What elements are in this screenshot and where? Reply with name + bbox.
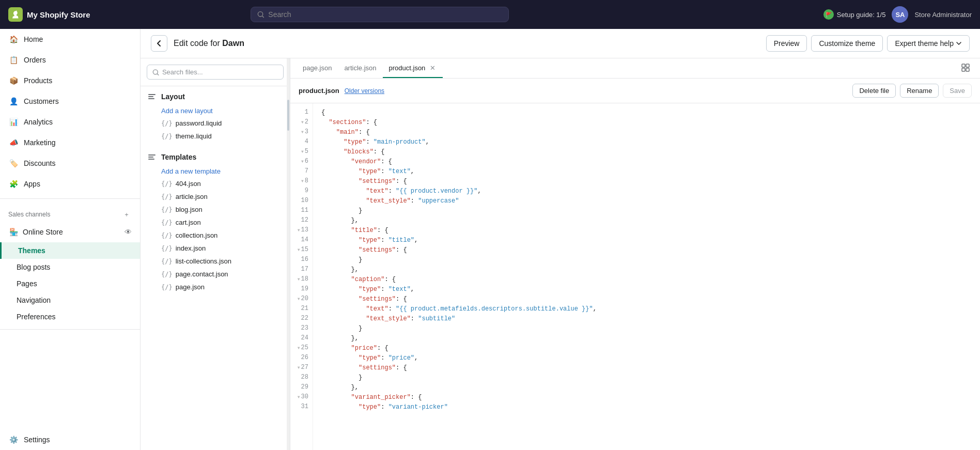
code-file-header: product.json Older versions Delete file … (290, 79, 980, 103)
file-item-404[interactable]: {/} 404.json (141, 177, 290, 190)
code-line[interactable]: "text": "{{ product.metafields.descripto… (313, 304, 980, 314)
file-item-index[interactable]: {/} index.json (141, 242, 290, 255)
tab-product-json[interactable]: product.json ✕ (383, 58, 443, 78)
file-item-blog[interactable]: {/} blog.json (141, 203, 290, 216)
file-item-page[interactable]: {/} page.json (141, 281, 290, 293)
code-line[interactable]: }, (313, 382, 980, 392)
code-line[interactable]: }, (313, 215, 980, 225)
sidebar-item-orders[interactable]: 📋 Orders (0, 50, 140, 70)
code-line[interactable]: } (313, 373, 980, 382)
file-item-page-contact[interactable]: {/} page.contact.json (141, 268, 290, 281)
sidebar-item-home-label: Home (24, 35, 43, 43)
code-line[interactable]: "settings": { (313, 363, 980, 373)
code-line[interactable]: "type": "price", (313, 353, 980, 363)
file-item-article[interactable]: {/} article.json (141, 190, 290, 203)
orders-icon: 📋 (8, 55, 19, 65)
file-item-password-liquid[interactable]: {/} password.liquid (141, 117, 290, 130)
code-line[interactable]: "settings": { (313, 245, 980, 255)
code-line[interactable]: "type": "text", (313, 166, 980, 176)
sidebar-sub-item-themes[interactable]: Themes (0, 242, 140, 259)
chevron-down-icon (956, 40, 962, 46)
file-item-cart[interactable]: {/} cart.json (141, 216, 290, 229)
online-store-label: Online Store (23, 228, 120, 236)
code-lines[interactable]: { "sections": { "main": { "type": "main-… (313, 103, 980, 450)
sidebar-item-discounts[interactable]: 🏷️ Discounts (0, 153, 140, 174)
code-line[interactable]: "sections": { (313, 117, 980, 127)
sidebar-item-home[interactable]: 🏠 Home (0, 29, 140, 50)
line-number: ▼25 (290, 343, 313, 353)
store-logo[interactable]: My Shopify Store (8, 7, 90, 22)
file-item-theme-liquid[interactable]: {/} theme.liquid (141, 130, 290, 143)
expert-theme-help-button[interactable]: Expert theme help (887, 35, 970, 52)
search-box[interactable] (251, 7, 509, 22)
code-line[interactable]: "caption": { (313, 274, 980, 284)
sidebar-item-products[interactable]: 📦 Products (0, 70, 140, 91)
code-line[interactable]: "main": { (313, 127, 980, 137)
code-line[interactable]: "settings": { (313, 176, 980, 186)
sidebar-sub-item-preferences[interactable]: Preferences (0, 308, 140, 325)
rename-button[interactable]: Rename (900, 84, 939, 98)
code-line[interactable]: "text_style": "uppercase" (313, 196, 980, 206)
code-line[interactable]: "type": "title", (313, 235, 980, 245)
scrollbar-track[interactable] (287, 58, 290, 450)
code-editor[interactable]: 1▼2▼34▼5▼67▼89101112▼1314▼151617▼1819▼20… (290, 103, 980, 450)
save-button[interactable]: Save (943, 84, 972, 98)
code-line[interactable]: "type": "main-product", (313, 137, 980, 147)
code-line[interactable]: "type": "text", (313, 284, 980, 294)
customize-theme-button[interactable]: Customize theme (811, 35, 883, 52)
add-new-template-link[interactable]: Add a new template (141, 165, 290, 177)
code-line[interactable]: "text": "{{ product.vendor }}", (313, 186, 980, 196)
svg-rect-10 (962, 64, 965, 67)
scrollbar-thumb[interactable] (287, 100, 289, 131)
code-line[interactable]: { (313, 107, 980, 117)
code-line[interactable]: } (313, 255, 980, 265)
code-line[interactable]: "vendor": { (313, 157, 980, 166)
avatar[interactable]: SA (892, 6, 908, 23)
tab-page-json[interactable]: page.json (297, 59, 338, 78)
add-new-layout-link[interactable]: Add a new layout (141, 105, 290, 117)
code-line[interactable]: "variant_picker": { (313, 392, 980, 402)
code-line[interactable]: "price": { (313, 343, 980, 353)
sidebar-sub-item-pages[interactable]: Pages (0, 275, 140, 292)
sidebar-item-analytics[interactable]: 📊 Analytics (0, 112, 140, 132)
line-number: ▼13 (290, 225, 313, 235)
line-numbers: 1▼2▼34▼5▼67▼89101112▼1314▼151617▼1819▼20… (290, 103, 313, 450)
setup-guide[interactable]: 🚩 Setup guide: 1/5 (823, 9, 886, 20)
sidebar-divider (0, 198, 140, 199)
code-line[interactable]: "type": "variant-picker" (313, 402, 980, 412)
search-input[interactable] (268, 10, 502, 19)
tab-article-json[interactable]: article.json (338, 59, 382, 78)
sidebar-item-settings[interactable]: ⚙️ Settings (0, 429, 140, 450)
code-line[interactable]: "settings": { (313, 294, 980, 304)
line-number: ▼20 (290, 294, 313, 304)
line-number: 26 (290, 353, 313, 363)
preview-button[interactable]: Preview (766, 35, 807, 52)
code-line[interactable]: "text_style": "subtitle" (313, 314, 980, 323)
sidebar-item-online-store[interactable]: 🏪 Online Store 👁 (0, 222, 140, 242)
delete-file-button[interactable]: Delete file (852, 84, 896, 98)
code-line[interactable]: } (313, 206, 980, 215)
sidebar-item-customers[interactable]: 👤 Customers (0, 91, 140, 112)
code-line[interactable]: "blocks": { (313, 147, 980, 157)
file-search-box[interactable] (147, 65, 284, 80)
tab-expand-button[interactable] (957, 59, 974, 77)
code-line[interactable]: }, (313, 333, 980, 343)
file-item-label: page.json (176, 283, 205, 291)
back-button[interactable] (151, 35, 167, 52)
sidebar-sub-item-blog-posts[interactable]: Blog posts (0, 259, 140, 275)
sidebar-item-apps[interactable]: 🧩 Apps (0, 174, 140, 194)
tab-close-button[interactable]: ✕ (428, 64, 437, 72)
code-line[interactable]: "title": { (313, 225, 980, 235)
file-item-collection[interactable]: {/} collection.json (141, 229, 290, 242)
line-number: 22 (290, 314, 313, 323)
file-search-input[interactable] (162, 68, 278, 76)
add-sales-channel-button[interactable]: ＋ (121, 209, 132, 220)
sidebar-sub-item-navigation[interactable]: Navigation (0, 292, 140, 308)
code-line[interactable]: }, (313, 265, 980, 274)
older-versions-link[interactable]: Older versions (345, 87, 384, 95)
code-line[interactable]: } (313, 323, 980, 333)
editor-header: Edit code for Dawn Preview Customize the… (141, 29, 980, 58)
file-item-list-collections[interactable]: {/} list-collections.json (141, 255, 290, 268)
sidebar-item-marketing[interactable]: 📣 Marketing (0, 132, 140, 153)
line-number: 1 (290, 107, 313, 117)
